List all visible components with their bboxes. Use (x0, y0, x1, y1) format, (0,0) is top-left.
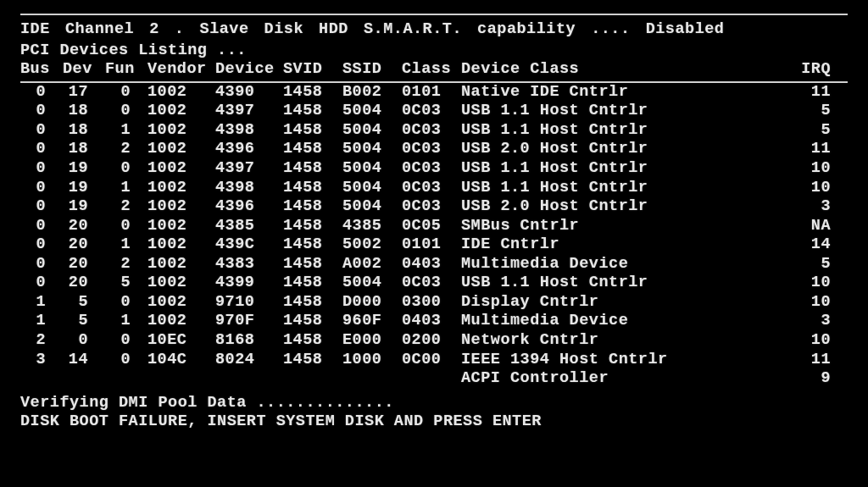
cell-class: 0C03 (402, 179, 461, 198)
boot-failure-line: DISK BOOT FAILURE, INSERT SYSTEM DISK AN… (20, 412, 848, 432)
cell-class: 0C03 (402, 140, 461, 159)
cell-ssid: 4385 (342, 217, 402, 236)
cell-vendor: 1002 (147, 255, 215, 274)
cell-device: 970F (215, 312, 283, 331)
cell-device: 8168 (215, 331, 283, 351)
cell-svid: 1458 (283, 235, 342, 255)
cell-irq: 14 (797, 235, 848, 255)
cell-vendor: 1002 (147, 312, 215, 331)
cell-fun: 1 (105, 235, 147, 255)
cell-dev: 18 (63, 121, 105, 141)
cell-class: 0101 (402, 82, 461, 102)
table-row: 20010EC81681458E0000200Network Cntrlr10 (20, 331, 848, 351)
cell-dclass: USB 1.1 Host Cntrlr (461, 121, 797, 141)
pci-devices-table: Bus Dev Fun Vendor Device SVID SSID Clas… (20, 60, 848, 389)
cell-vendor: 1002 (147, 102, 215, 121)
cell-dev: 20 (63, 217, 105, 236)
cell-ssid: B002 (342, 82, 402, 102)
cell-fun: 2 (105, 140, 147, 159)
cell-dev: 5 (63, 293, 105, 313)
cell-dev: 5 (63, 312, 105, 331)
cell-ssid: D000 (342, 293, 402, 313)
cell-irq: 5 (797, 255, 848, 274)
cell-dclass: IDE Cntrlr (461, 235, 797, 255)
cell-svid: 1458 (283, 331, 342, 351)
cell-bus: 2 (20, 331, 63, 351)
cell-svid: 1458 (283, 293, 342, 313)
cell-dclass: Multimedia Device (461, 312, 797, 331)
top-divider (20, 14, 848, 15)
table-row: 020510024399145850040C03USB 1.1 Host Cnt… (20, 274, 848, 293)
col-bus: Bus (20, 60, 63, 82)
cell-fun: 0 (105, 217, 147, 236)
cell-ssid: 5004 (342, 102, 402, 121)
cell-device: 4385 (215, 217, 283, 236)
cell-ssid: 1000 (342, 351, 402, 370)
cell-dclass: USB 1.1 Host Cntrlr (461, 102, 797, 121)
cell-dclass: USB 2.0 Host Cntrlr (461, 140, 797, 159)
table-row: 019210024396145850040C03USB 2.0 Host Cnt… (20, 197, 848, 217)
cell-vendor: 10EC (147, 331, 215, 351)
cell-irq: 11 (797, 351, 848, 370)
cell-fun: 2 (105, 197, 147, 217)
cell-bus: 0 (20, 140, 63, 159)
cell-class: 0C05 (402, 217, 461, 236)
cell-bus (20, 369, 63, 389)
cell-irq: 9 (797, 369, 848, 389)
cell-ssid: 5002 (342, 235, 402, 255)
cell-fun: 0 (105, 82, 147, 102)
cell-bus: 3 (20, 351, 63, 370)
cell-bus: 0 (20, 235, 63, 255)
cell-dev: 18 (63, 140, 105, 159)
table-row: 0202100243831458A0020403Multimedia Devic… (20, 255, 848, 274)
cell-ssid: 5004 (342, 274, 402, 293)
cell-irq: 11 (797, 140, 848, 159)
cell-class: 0C03 (402, 159, 461, 179)
cell-device: 4398 (215, 121, 283, 141)
cell-class: 0403 (402, 312, 461, 331)
cell-vendor: 1002 (147, 293, 215, 313)
cell-dclass: USB 1.1 Host Cntrlr (461, 274, 797, 293)
table-row: 019110024398145850040C03USB 1.1 Host Cnt… (20, 179, 848, 198)
cell-ssid: 5004 (342, 179, 402, 198)
cell-ssid: E000 (342, 331, 402, 351)
cell-class: 0C03 (402, 274, 461, 293)
cell-device: 4390 (215, 82, 283, 102)
cell-class: 0403 (402, 255, 461, 274)
col-class: Class (402, 60, 461, 82)
table-row: 0170100243901458B0020101Native IDE Cntrl… (20, 82, 848, 102)
cell-fun: 1 (105, 312, 147, 331)
cell-ssid (342, 369, 402, 389)
cell-dclass: USB 1.1 Host Cntrlr (461, 159, 797, 179)
cell-svid: 1458 (283, 140, 342, 159)
table-row: 02011002439C145850020101IDE Cntrlr14 (20, 235, 848, 255)
col-irq: IRQ (797, 60, 848, 82)
cell-fun: 1 (105, 179, 147, 198)
section-title: PCI Devices Listing ... (20, 42, 848, 61)
cell-device: 4397 (215, 159, 283, 179)
cell-dclass: Display Cntrlr (461, 293, 797, 313)
cell-dev: 19 (63, 179, 105, 198)
cell-svid: 1458 (283, 121, 342, 141)
cell-dclass: SMBus Cntrlr (461, 217, 797, 236)
cell-class: 0200 (402, 331, 461, 351)
cell-bus: 0 (20, 102, 63, 121)
cell-fun: 0 (105, 351, 147, 370)
cell-bus: 1 (20, 293, 63, 313)
table-row: 019010024397145850040C03USB 1.1 Host Cnt… (20, 159, 848, 179)
cell-fun (105, 369, 147, 389)
cell-irq: 10 (797, 293, 848, 313)
table-row: 150100297101458D0000300Display Cntrlr10 (20, 293, 848, 313)
cell-class: 0300 (402, 293, 461, 313)
table-row: 018110024398145850040C03USB 1.1 Host Cnt… (20, 121, 848, 141)
cell-irq: 11 (797, 82, 848, 102)
cell-dclass: IEEE 1394 Host Cntrlr (461, 351, 797, 370)
cell-ssid: 5004 (342, 140, 402, 159)
cell-device: 4397 (215, 102, 283, 121)
cell-irq: 10 (797, 331, 848, 351)
table-header-row: Bus Dev Fun Vendor Device SVID SSID Clas… (20, 60, 848, 82)
cell-dev: 20 (63, 274, 105, 293)
cell-fun: 0 (105, 102, 147, 121)
cell-dclass: ACPI Controller (461, 369, 797, 389)
cell-irq: NA (797, 217, 848, 236)
